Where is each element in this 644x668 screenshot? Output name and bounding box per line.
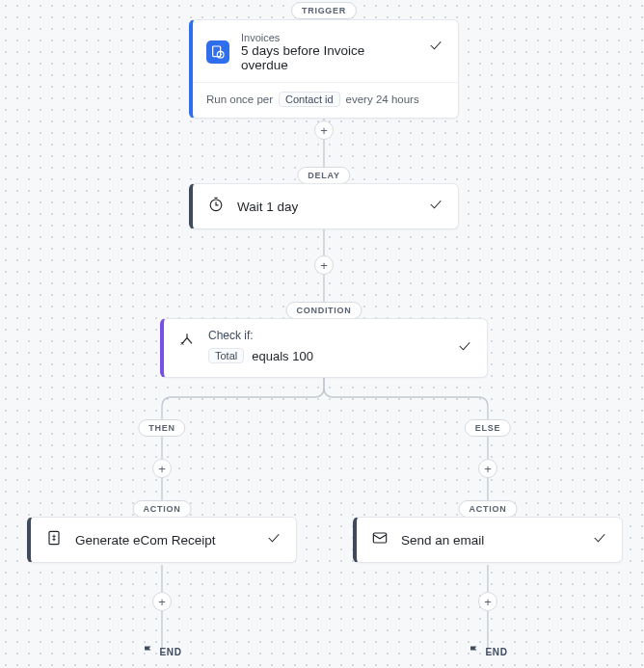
add-step-button[interactable]: + [152, 592, 172, 611]
flag-icon [143, 645, 154, 659]
condition-check-label: Check if: [208, 329, 313, 342]
invoice-clock-icon [206, 40, 229, 64]
else-pill: ELSE [465, 419, 511, 437]
check-icon [265, 529, 282, 550]
end-label: END [160, 647, 182, 657]
check-icon [427, 196, 444, 217]
plus-icon: + [158, 462, 166, 476]
else-action-card[interactable]: Send an email [353, 517, 623, 563]
then-pill-label: THEN [148, 423, 174, 433]
condition-operator-value: equals 100 [252, 349, 313, 363]
receipt-icon [44, 528, 64, 551]
add-step-button[interactable]: + [478, 459, 497, 478]
end-marker: END [143, 645, 182, 659]
else-action-label: Send an email [401, 533, 484, 548]
action-pill: ACTION [459, 500, 518, 518]
plus-icon: + [484, 595, 492, 609]
delay-label: Wait 1 day [237, 200, 298, 214]
plus-icon: + [484, 462, 492, 476]
flag-icon [469, 645, 480, 659]
trigger-card[interactable]: Invoices 5 days before Invoice overdue R… [189, 19, 459, 119]
delay-card[interactable]: Wait 1 day [189, 183, 459, 229]
trigger-pill: TRIGGER [291, 2, 357, 19]
else-pill-label: ELSE [475, 423, 500, 433]
action-pill-label: ACTION [144, 504, 181, 514]
condition-pill-label: CONDITION [297, 306, 352, 315]
then-pill: THEN [138, 419, 185, 437]
condition-field-tag[interactable]: Total [208, 348, 244, 363]
then-action-label: Generate eCom Receipt [75, 533, 216, 548]
end-label: END [486, 647, 508, 657]
check-icon [427, 37, 444, 58]
stopwatch-icon [206, 195, 226, 218]
svg-rect-4 [373, 533, 386, 543]
then-action-card[interactable]: Generate eCom Receipt [27, 517, 297, 563]
add-step-button[interactable]: + [314, 120, 334, 140]
email-icon [370, 528, 389, 551]
action-pill-label: ACTION [470, 504, 507, 514]
plus-icon: + [320, 258, 328, 273]
end-marker: END [469, 645, 508, 659]
condition-card[interactable]: Check if: Total equals 100 [160, 318, 488, 378]
branch-icon [177, 331, 197, 363]
condition-pill: CONDITION [286, 302, 362, 319]
trigger-title: 5 days before Invoice overdue [241, 43, 410, 72]
action-pill: ACTION [133, 500, 192, 518]
add-step-button[interactable]: + [314, 255, 334, 275]
trigger-run-prefix: Run once per [206, 94, 273, 105]
add-step-button[interactable]: + [152, 459, 172, 478]
plus-icon: + [158, 595, 166, 609]
add-step-button[interactable]: + [478, 592, 497, 611]
check-icon [456, 337, 473, 359]
trigger-pill-label: TRIGGER [302, 6, 346, 15]
trigger-run-suffix: every 24 hours [346, 94, 419, 105]
delay-pill: DELAY [297, 167, 350, 184]
plus-icon: + [320, 123, 328, 138]
trigger-category: Invoices [241, 32, 410, 43]
check-icon [591, 529, 608, 550]
trigger-run-tag[interactable]: Contact id [279, 92, 340, 107]
delay-pill-label: DELAY [308, 171, 339, 180]
